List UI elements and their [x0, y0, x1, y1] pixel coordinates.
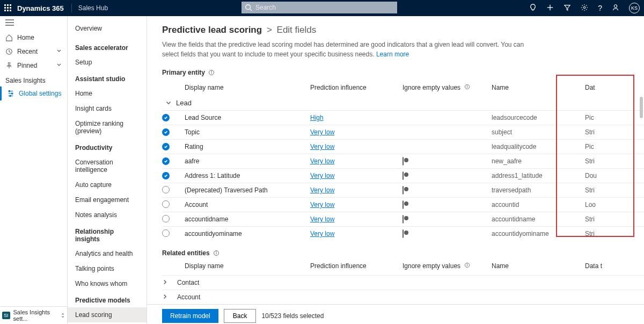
- svg-line-10: [250, 9, 252, 11]
- nav-recent[interactable]: Recent: [0, 45, 67, 59]
- svg-point-24: [9, 90, 10, 92]
- row-checkbox[interactable]: [162, 186, 177, 195]
- info-icon[interactable]: [213, 250, 219, 256]
- ignore-toggle[interactable]: [402, 157, 492, 165]
- lightbulb-icon[interactable]: [529, 4, 537, 13]
- secondnav-item[interactable]: Auto capture: [68, 177, 147, 192]
- row-checkbox[interactable]: [162, 128, 177, 136]
- row-influence-link[interactable]: Very low: [310, 215, 402, 223]
- assistant-icon[interactable]: [612, 4, 619, 13]
- row-displayname: Address 1: Latitude: [177, 172, 310, 179]
- row-influence-link[interactable]: Very low: [310, 157, 402, 165]
- info-icon[interactable]: [464, 84, 470, 90]
- ignore-toggle[interactable]: [402, 172, 492, 179]
- nav-pinned[interactable]: Pinned: [0, 59, 67, 73]
- table-row[interactable]: Address 1: LatitudeVery lowaddress1_lati…: [162, 168, 644, 183]
- retrain-button[interactable]: Retrain model: [162, 309, 218, 323]
- ignore-toggle[interactable]: [402, 215, 492, 223]
- left-nav: Home Recent Pinned Sales Insights Global…: [0, 16, 68, 324]
- svg-point-29: [211, 71, 212, 71]
- group-row-lead[interactable]: Lead: [162, 97, 644, 110]
- table-row[interactable]: AccountVery lowaccountidLoo: [162, 197, 644, 212]
- related-group-name: Contact: [177, 279, 310, 286]
- table-row[interactable]: accountidnameVery lowaccountidnameStri: [162, 212, 644, 226]
- area-switcher[interactable]: SI Sales Insights sett...: [0, 306, 67, 324]
- filter-icon[interactable]: [564, 4, 571, 13]
- svg-point-35: [216, 251, 216, 252]
- info-icon[interactable]: [464, 262, 470, 268]
- secondnav-item[interactable]: Lead scoring: [68, 307, 147, 322]
- related-group-row[interactable]: Contact: [162, 275, 644, 290]
- back-button[interactable]: Back: [224, 309, 257, 323]
- svg-point-25: [11, 93, 13, 95]
- secondnav-item[interactable]: Setup: [68, 55, 147, 70]
- secondnav-item[interactable]: Home: [68, 86, 147, 101]
- secondnav-group-title: Sales accelerator: [68, 39, 147, 55]
- nav-home[interactable]: Home: [0, 31, 67, 45]
- table-row[interactable]: (Deprecated) Traversed PathVery lowtrave…: [162, 183, 644, 197]
- secondnav-group-title: Relationship insights: [68, 222, 147, 246]
- row-influence-link[interactable]: Very low: [310, 172, 402, 179]
- chevron-down-icon: [56, 48, 62, 55]
- table-header: Display name Prediction influence Ignore…: [162, 76, 644, 97]
- svg-point-14: [583, 6, 586, 9]
- table-row[interactable]: accountidyominameVery lowaccountidyomina…: [162, 226, 644, 241]
- row-influence-link[interactable]: Very low: [310, 143, 402, 150]
- related-group-row[interactable]: Account: [162, 290, 644, 304]
- learn-more-link[interactable]: Learn more: [376, 51, 409, 58]
- secondnav-item[interactable]: Optimize ranking (preview): [68, 116, 147, 139]
- row-name: subject: [492, 128, 585, 136]
- secondnav-item[interactable]: Conversation intelligence: [68, 155, 147, 177]
- chevron-down-icon: [165, 100, 172, 106]
- vertical-scrollbar[interactable]: [640, 97, 643, 118]
- secondnav-item[interactable]: Insight cards: [68, 101, 147, 116]
- table-row[interactable]: Lead SourceHighleadsourcecodePic: [162, 110, 644, 125]
- secondnav-item[interactable]: Analytics and health: [68, 246, 147, 261]
- row-influence-link[interactable]: High: [310, 114, 402, 121]
- row-checkbox[interactable]: [162, 229, 177, 239]
- table-row[interactable]: TopicVery lowsubjectStri: [162, 125, 644, 139]
- hamburger-icon[interactable]: [0, 16, 67, 31]
- row-checkbox[interactable]: [162, 200, 177, 210]
- waffle-icon[interactable]: [4, 4, 12, 12]
- rcol-influence: Prediction influence: [310, 262, 402, 270]
- col-ignore: Ignore empty values: [402, 84, 460, 91]
- row-datatype: Stri: [585, 215, 616, 223]
- row-checkbox[interactable]: [162, 215, 177, 224]
- rcol-ignore: Ignore empty values: [402, 262, 460, 270]
- table-row[interactable]: RatingVery lowleadqualitycodePic: [162, 139, 644, 154]
- info-icon[interactable]: [208, 69, 215, 76]
- col-dtype: Dat: [585, 84, 616, 91]
- ignore-toggle[interactable]: [402, 230, 492, 237]
- row-influence-link[interactable]: Very low: [310, 230, 402, 237]
- plus-icon[interactable]: [546, 4, 554, 13]
- row-influence-link[interactable]: Very low: [310, 201, 402, 208]
- secondnav-overview[interactable]: Overview: [68, 21, 147, 39]
- row-checkbox[interactable]: [162, 157, 177, 165]
- row-checkbox[interactable]: [162, 114, 177, 121]
- avatar[interactable]: KS: [629, 3, 640, 13]
- ignore-toggle[interactable]: [402, 186, 492, 194]
- nav-global-settings[interactable]: Global settings: [0, 87, 67, 100]
- ignore-toggle[interactable]: [402, 201, 492, 208]
- table-row[interactable]: aafreVery lownew_aafreStri: [162, 154, 644, 168]
- secondnav-item[interactable]: Email engagement: [68, 192, 147, 207]
- row-displayname: (Deprecated) Traversed Path: [177, 186, 310, 194]
- secondnav-item[interactable]: Talking points: [68, 261, 147, 276]
- svg-rect-1: [7, 4, 9, 6]
- search-input[interactable]: [241, 2, 397, 13]
- row-influence-link[interactable]: Very low: [310, 186, 402, 194]
- si-badge-icon: SI: [2, 312, 10, 319]
- row-influence-link[interactable]: Very low: [310, 128, 402, 136]
- nav-recent-label: Recent: [17, 48, 38, 55]
- gear-icon[interactable]: [581, 4, 588, 13]
- row-datatype: Stri: [585, 157, 616, 165]
- nav-home-label: Home: [17, 34, 34, 41]
- svg-rect-5: [10, 7, 11, 9]
- secondnav-item[interactable]: Who knows whom: [68, 276, 147, 291]
- secondnav-item[interactable]: Notes analysis: [68, 207, 147, 222]
- help-icon[interactable]: ?: [598, 4, 602, 12]
- row-checkbox[interactable]: [162, 172, 177, 179]
- row-checkbox[interactable]: [162, 143, 177, 150]
- row-name: accountidyominame: [492, 230, 585, 237]
